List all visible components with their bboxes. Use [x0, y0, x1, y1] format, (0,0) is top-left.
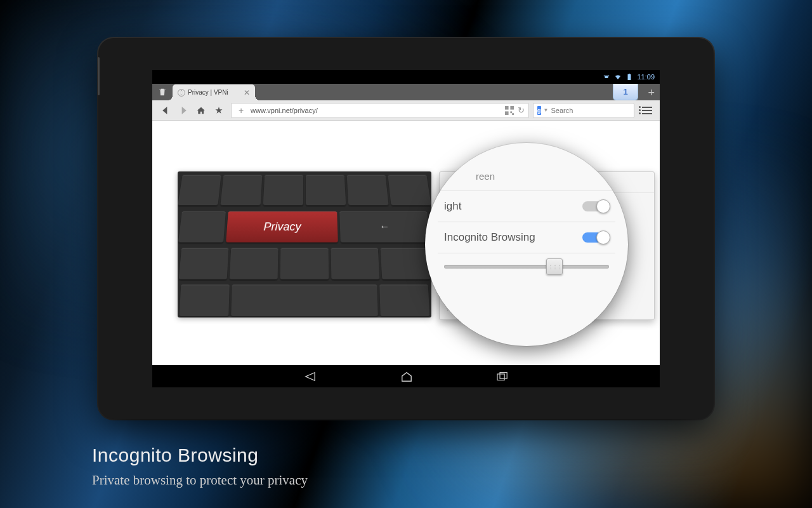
new-tab-button[interactable]: +	[648, 86, 655, 100]
android-statusbar: 11:09	[152, 70, 660, 84]
keyboard-image: Privacy ←	[178, 171, 431, 318]
promo-caption: Incognito Browsing Private browsing to p…	[92, 444, 308, 488]
arrow-key: ←	[340, 211, 431, 243]
tab-strip: Privacy | VPNi ✕ 1 +	[152, 84, 660, 100]
search-input[interactable]	[551, 107, 638, 114]
privacy-key: Privacy	[226, 211, 338, 243]
nav-back-button[interactable]	[303, 371, 317, 382]
globe-icon	[178, 89, 185, 97]
nav-recents-button[interactable]	[496, 371, 509, 382]
clock: 11:09	[637, 73, 655, 81]
url-input[interactable]	[251, 107, 501, 114]
vibrate-icon	[603, 73, 610, 81]
toggle-night[interactable]	[582, 201, 609, 211]
reload-button[interactable]: ↻	[518, 105, 525, 115]
android-navbar	[152, 365, 660, 387]
tab-count-button[interactable]: 1	[613, 84, 638, 100]
menu-button[interactable]	[639, 103, 655, 118]
bookmarks-button[interactable]	[211, 102, 227, 119]
zoom-item-incognito[interactable]: Incognito Browsing	[438, 222, 615, 253]
tab-title: Privacy | VPNi	[188, 89, 228, 96]
svg-rect-5	[497, 374, 504, 380]
browser-tab[interactable]: Privacy | VPNi ✕	[173, 84, 255, 100]
caption-subtitle: Private browsing to protect your privacy	[92, 472, 308, 488]
svg-rect-6	[500, 372, 507, 378]
nav-home-button[interactable]	[400, 371, 414, 382]
svg-rect-2	[505, 111, 509, 115]
toggle-incognito[interactable]	[582, 232, 609, 243]
svg-rect-0	[505, 106, 509, 110]
wifi-icon	[614, 73, 622, 81]
search-bar[interactable]: g ▼	[533, 103, 634, 118]
forward-button[interactable]	[175, 102, 192, 119]
close-tab-button[interactable]: ✕	[244, 88, 250, 97]
google-icon: g	[537, 106, 541, 115]
svg-rect-4	[512, 113, 514, 115]
add-bookmark-button[interactable]: +	[235, 105, 247, 116]
zoom-lens: reen ight Incognito Browsing	[425, 143, 628, 346]
svg-rect-1	[510, 106, 514, 110]
home-button[interactable]	[193, 102, 209, 119]
url-bar[interactable]: + ↻	[231, 103, 529, 118]
zoom-item-fullscreen[interactable]: reen	[438, 162, 615, 191]
zoom-brightness-slider[interactable]	[438, 253, 615, 280]
browser-toolbar: + ↻ g ▼	[152, 100, 660, 121]
battery-icon	[625, 73, 633, 81]
qr-icon[interactable]	[505, 106, 514, 115]
back-button[interactable]	[157, 102, 174, 119]
svg-rect-3	[510, 111, 512, 113]
search-engine-dropdown[interactable]: ▼	[544, 107, 549, 113]
slider-thumb[interactable]	[546, 258, 563, 275]
zoom-item-night[interactable]: ight	[438, 191, 615, 222]
caption-title: Incognito Browsing	[92, 444, 308, 466]
